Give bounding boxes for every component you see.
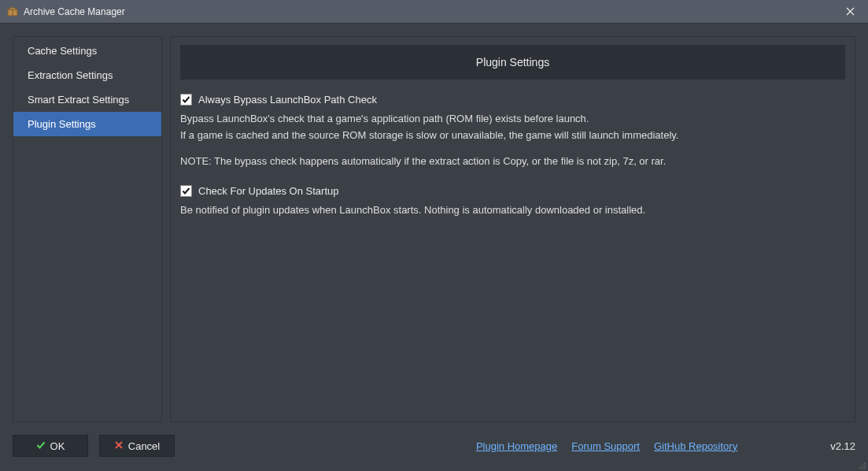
- button-label: Cancel: [128, 440, 160, 452]
- sidebar-item-label: Plugin Settings: [28, 118, 96, 130]
- svg-point-11: [862, 465, 863, 466]
- sidebar-item-plugin-settings[interactable]: Plugin Settings: [13, 112, 161, 136]
- option-description: Bypass LaunchBox's check that a game's a…: [180, 112, 845, 143]
- sidebar-item-label: Smart Extract Settings: [28, 94, 129, 106]
- close-button[interactable]: [832, 0, 868, 24]
- svg-point-12: [864, 462, 866, 464]
- sidebar-item-extraction-settings[interactable]: Extraction Settings: [13, 63, 161, 87]
- ok-button[interactable]: OK: [13, 435, 88, 457]
- option-note: NOTE: The bypass check happens automatic…: [180, 154, 845, 169]
- checkbox-label[interactable]: Always Bypass LaunchBox Path Check: [198, 94, 377, 106]
- svg-point-8: [862, 467, 863, 469]
- option-description: Be notified of plugin updates when Launc…: [180, 203, 845, 218]
- footer: OK Cancel Plugin Homepage Forum Support …: [13, 433, 855, 458]
- svg-point-9: [864, 465, 866, 466]
- app-icon: [6, 6, 19, 18]
- sidebar-item-cache-settings[interactable]: Cache Settings: [13, 39, 161, 63]
- button-label: OK: [50, 440, 65, 452]
- panel-header: Plugin Settings: [180, 45, 845, 80]
- content-panel: Plugin Settings Always Bypass LaunchBox …: [170, 36, 855, 422]
- link-forum-support[interactable]: Forum Support: [571, 440, 640, 452]
- check-icon: [36, 440, 46, 452]
- checkbox-label[interactable]: Check For Updates On Startup: [198, 185, 338, 197]
- sidebar-item-smart-extract-settings[interactable]: Smart Extract Settings: [13, 87, 161, 112]
- desc-line: Bypass LaunchBox's check that a game's a…: [180, 112, 845, 127]
- sidebar: Cache Settings Extraction Settings Smart…: [13, 36, 162, 422]
- titlebar: Archive Cache Manager: [0, 0, 868, 24]
- sidebar-item-label: Extraction Settings: [28, 69, 113, 81]
- svg-point-7: [864, 467, 866, 469]
- sidebar-item-label: Cache Settings: [28, 45, 97, 57]
- cancel-button[interactable]: Cancel: [99, 435, 175, 457]
- svg-point-10: [859, 467, 861, 469]
- desc-line: Be notified of plugin updates when Launc…: [180, 203, 845, 218]
- desc-line: If a game is cached and the source ROM s…: [180, 128, 845, 143]
- version-label: v2.12: [830, 440, 855, 452]
- resize-grip[interactable]: [857, 460, 866, 469]
- link-plugin-homepage[interactable]: Plugin Homepage: [476, 440, 557, 452]
- cancel-icon: [114, 440, 124, 452]
- desc-line: NOTE: The bypass check happens automatic…: [180, 154, 845, 169]
- checkbox-check-updates[interactable]: [180, 185, 192, 197]
- window-title: Archive Cache Manager: [24, 6, 125, 17]
- checkbox-bypass-path-check[interactable]: [180, 94, 192, 106]
- link-github-repository[interactable]: GitHub Repository: [654, 440, 737, 452]
